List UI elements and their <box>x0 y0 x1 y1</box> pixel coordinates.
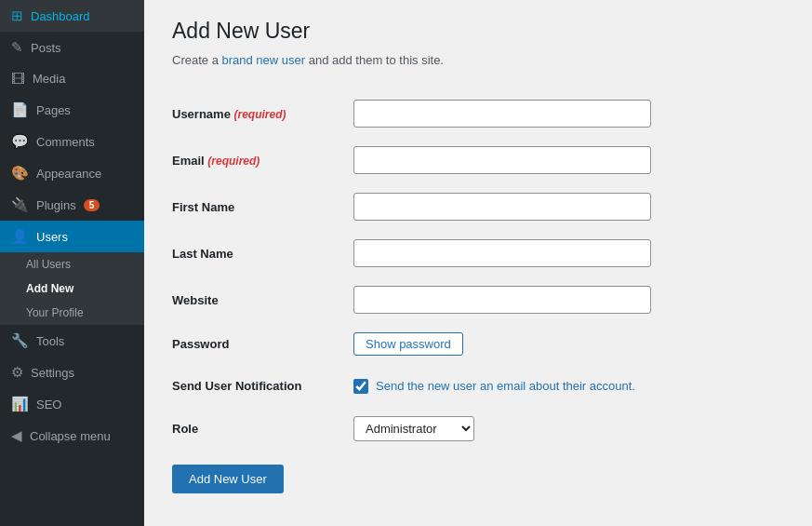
sidebar-item-label: Media <box>33 72 65 86</box>
password-row: Password Show password <box>172 323 784 365</box>
seo-icon: 📊 <box>11 396 29 412</box>
sidebar-item-settings[interactable]: ⚙ Settings <box>0 357 144 388</box>
posts-icon: ✎ <box>11 39 23 56</box>
sidebar-item-label: Appearance <box>36 167 101 181</box>
sidebar-item-tools[interactable]: 🔧 Tools <box>0 325 144 357</box>
website-input[interactable] <box>353 286 651 314</box>
main-content: Add New User Create a brand new user and… <box>144 0 812 526</box>
submenu-your-profile[interactable]: Your Profile <box>0 301 144 325</box>
show-password-button[interactable]: Show password <box>353 332 463 356</box>
users-submenu: All Users Add New Your Profile <box>0 252 144 325</box>
collapse-icon: ◀ <box>11 427 22 444</box>
sidebar-item-label: Users <box>36 230 68 244</box>
pages-icon: 📄 <box>11 101 29 118</box>
sidebar-item-appearance[interactable]: 🎨 Appearance <box>0 157 144 189</box>
sidebar-item-seo[interactable]: 📊 SEO <box>0 388 144 420</box>
email-row: Email (required) <box>172 137 784 183</box>
collapse-label: Collapse menu <box>30 429 111 443</box>
sidebar: ⊞ Dashboard ✎ Posts 🎞 Media 📄 Pages 💬 Co… <box>0 0 144 526</box>
lastname-row: Last Name <box>172 230 784 276</box>
username-required: (required) <box>233 108 286 121</box>
submenu-add-new[interactable]: Add New <box>0 276 144 301</box>
sidebar-item-comments[interactable]: 💬 Comments <box>0 126 144 157</box>
add-new-user-button[interactable]: Add New User <box>172 465 284 493</box>
sidebar-item-pages[interactable]: 📄 Pages <box>0 94 144 126</box>
role-select[interactable]: Administrator Editor Author Contributor … <box>353 416 474 441</box>
subtitle-link[interactable]: brand new user <box>221 53 305 67</box>
password-label: Password <box>172 337 229 351</box>
page-title: Add New User <box>172 19 784 44</box>
website-label: Website <box>172 293 219 307</box>
website-row: Website <box>172 276 784 323</box>
username-row: Username (required) <box>172 90 784 137</box>
email-input[interactable] <box>353 146 651 174</box>
sidebar-item-posts[interactable]: ✎ Posts <box>0 32 144 63</box>
sidebar-item-label: Plugins <box>36 198 76 212</box>
username-input[interactable] <box>353 100 651 128</box>
dashboard-icon: ⊞ <box>11 7 23 24</box>
user-form: Username (required) Email (required) <box>172 90 784 451</box>
sidebar-item-label: Posts <box>31 41 61 55</box>
tools-icon: 🔧 <box>11 332 29 349</box>
notification-checkbox[interactable] <box>353 379 368 394</box>
sidebar-item-dashboard[interactable]: ⊞ Dashboard <box>0 0 144 32</box>
role-row: Role Administrator Editor Author Contrib… <box>172 407 784 451</box>
sidebar-item-label: Comments <box>36 135 95 149</box>
sidebar-item-users[interactable]: 👤 Users <box>0 221 144 252</box>
sidebar-item-plugins[interactable]: 🔌 Plugins 5 <box>0 189 144 221</box>
users-icon: 👤 <box>11 228 29 245</box>
settings-icon: ⚙ <box>11 364 23 381</box>
email-required: (required) <box>207 155 260 168</box>
sidebar-item-label: SEO <box>36 398 61 411</box>
email-label: Email (required) <box>172 154 260 168</box>
submenu-all-users[interactable]: All Users <box>0 252 144 276</box>
sidebar-collapse[interactable]: ◀ Collapse menu <box>0 420 144 452</box>
firstname-row: First Name <box>172 183 784 230</box>
sidebar-item-media[interactable]: 🎞 Media <box>0 63 144 94</box>
lastname-label: Last Name <box>172 247 233 261</box>
firstname-label: First Name <box>172 200 234 214</box>
username-label: Username (required) <box>172 107 286 121</box>
plugins-badge: 5 <box>84 199 100 211</box>
media-icon: 🎞 <box>11 71 25 87</box>
sidebar-item-label: Pages <box>36 103 71 117</box>
notification-text: Send the new user an email about their a… <box>376 379 635 393</box>
sidebar-item-label: Tools <box>36 334 64 348</box>
page-subtitle: Create a brand new user and add them to … <box>172 53 784 67</box>
appearance-icon: 🎨 <box>11 165 29 182</box>
sidebar-item-label: Dashboard <box>31 9 90 23</box>
notification-label: Send User Notification <box>172 379 301 393</box>
plugins-icon: 🔌 <box>11 196 29 213</box>
firstname-input[interactable] <box>353 193 651 221</box>
notification-row: Send User Notification Send the new user… <box>172 365 784 407</box>
notification-container: Send the new user an email about their a… <box>353 379 784 394</box>
lastname-input[interactable] <box>353 239 651 267</box>
sidebar-item-label: Settings <box>31 366 74 380</box>
comments-icon: 💬 <box>11 133 29 150</box>
role-label: Role <box>172 422 198 436</box>
